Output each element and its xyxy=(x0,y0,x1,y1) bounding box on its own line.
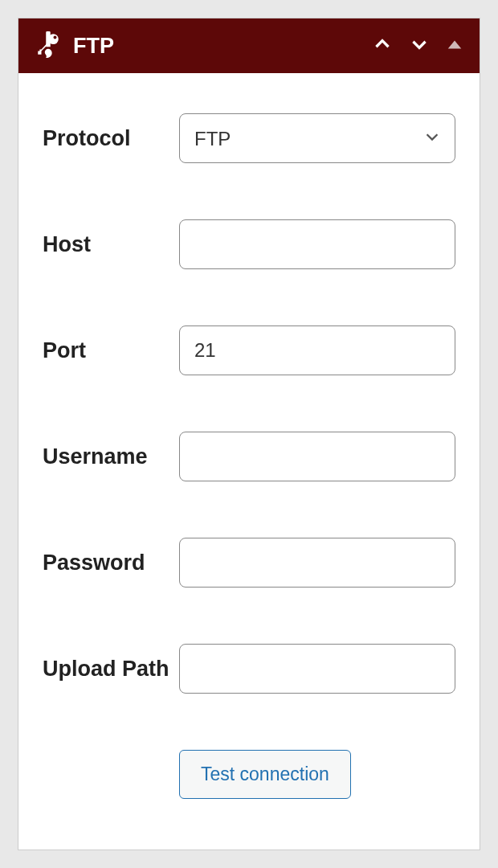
password-row: Password xyxy=(43,538,455,588)
test-connection-row: Test connection xyxy=(43,750,455,799)
username-label: Username xyxy=(43,432,179,471)
port-input[interactable] xyxy=(179,326,455,375)
protocol-select[interactable]: FTP xyxy=(179,113,455,163)
panel-header: FTP xyxy=(18,18,480,73)
svg-marker-3 xyxy=(448,40,462,48)
host-label: Host xyxy=(43,219,179,259)
host-row: Host xyxy=(43,219,455,269)
protocol-label: Protocol xyxy=(43,113,179,153)
username-input[interactable] xyxy=(179,432,455,481)
svg-point-2 xyxy=(54,36,57,39)
port-row: Port xyxy=(43,326,455,375)
key-icon xyxy=(35,31,62,61)
collapse-toggle-icon[interactable] xyxy=(446,35,463,56)
panel-title: FTP xyxy=(73,34,372,59)
username-row: Username xyxy=(43,432,455,481)
move-down-icon[interactable] xyxy=(409,34,430,58)
move-up-icon[interactable] xyxy=(372,34,393,58)
upload-path-row: Upload Path xyxy=(43,644,455,694)
password-input[interactable] xyxy=(179,538,455,588)
upload-path-label: Upload Path xyxy=(43,644,179,683)
ftp-settings-panel: FTP Protocol FTP xyxy=(18,18,480,850)
host-input[interactable] xyxy=(179,219,455,269)
password-label: Password xyxy=(43,538,179,577)
svg-point-1 xyxy=(48,34,59,44)
panel-header-controls xyxy=(372,34,463,58)
test-connection-button[interactable]: Test connection xyxy=(179,750,351,799)
protocol-row: Protocol FTP xyxy=(43,113,455,163)
upload-path-input[interactable] xyxy=(179,644,455,694)
port-label: Port xyxy=(43,326,179,365)
panel-body: Protocol FTP Host Port xyxy=(18,73,480,823)
